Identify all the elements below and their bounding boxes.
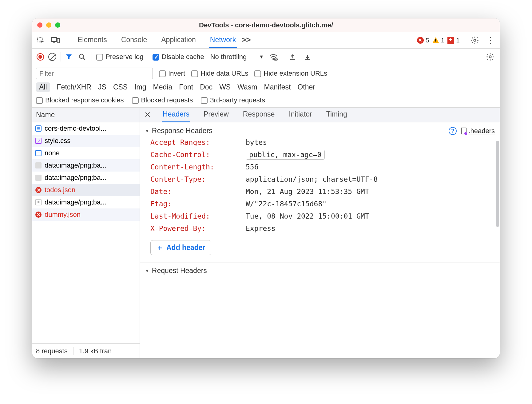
divider — [92, 52, 92, 61]
device-icon[interactable] — [50, 35, 61, 46]
plus-icon: ＋ — [156, 243, 163, 252]
hide-extension-urls-toggle[interactable]: Hide extension URLs — [254, 69, 327, 77]
type-chip-img[interactable]: Img — [134, 83, 146, 91]
warning-icon — [432, 37, 439, 43]
type-chip-ws[interactable]: WS — [219, 83, 231, 91]
type-chip-css[interactable]: CSS — [113, 83, 128, 91]
svg-point-9 — [489, 56, 491, 58]
request-list: ≡cors-demo-devtool...↗style.css≡nonedata… — [32, 122, 140, 343]
header-value[interactable]: public, max-age=0 — [246, 151, 325, 159]
request-row[interactable]: ✕todos.json — [32, 184, 140, 196]
detail-tab-initiator[interactable]: Initiator — [288, 108, 312, 122]
requests-count: 8 requests — [36, 347, 68, 355]
type-chip-all[interactable]: All — [36, 82, 50, 92]
header-value[interactable]: Express — [246, 224, 276, 232]
svg-point-7 — [273, 58, 274, 60]
divider — [283, 52, 283, 61]
tab-console[interactable]: Console — [120, 33, 148, 48]
name-column-header[interactable]: Name — [32, 108, 140, 122]
request-row[interactable]: ↗style.css — [32, 135, 140, 147]
hide-data-urls-toggle[interactable]: Hide data URLs — [191, 69, 248, 77]
inspect-icon[interactable] — [35, 35, 46, 46]
help-icon[interactable]: ? — [449, 127, 457, 135]
filter-icon[interactable] — [65, 53, 73, 61]
type-chip-doc[interactable]: Doc — [200, 83, 212, 91]
tab-network[interactable]: Network — [209, 33, 237, 48]
disable-cache-toggle[interactable]: Disable cache — [153, 53, 204, 61]
header-row: Cache-Control:public, max-age=0 — [150, 149, 495, 161]
type-chip-other[interactable]: Other — [297, 83, 315, 91]
header-name: Accept-Ranges: — [150, 138, 246, 146]
divider — [65, 36, 65, 45]
request-row[interactable]: ≡data:image/png;ba... — [32, 196, 140, 208]
request-row[interactable]: ✕dummy.json — [32, 208, 140, 221]
request-label: data:image/png;ba... — [45, 174, 106, 182]
close-detail-button[interactable]: ✕ — [144, 110, 151, 120]
clear-button[interactable] — [48, 53, 56, 61]
header-value[interactable]: application/json; charset=UTF-8 — [246, 175, 378, 183]
disclosure-icon[interactable]: ▼ — [145, 128, 149, 133]
tab-application[interactable]: Application — [160, 33, 197, 48]
third-party-toggle[interactable]: 3rd-party requests — [201, 96, 265, 104]
issues-count: 1 — [456, 37, 460, 44]
issue-icon — [447, 37, 454, 44]
request-row[interactable]: data:image/png;ba... — [32, 159, 140, 172]
network-settings-icon[interactable] — [485, 52, 495, 62]
header-value[interactable]: Mon, 21 Aug 2023 11:53:35 GMT — [246, 188, 369, 196]
filter-row: Invert Hide data URLs Hide extension URL… — [32, 65, 500, 81]
search-icon[interactable] — [77, 52, 87, 62]
upload-har-icon[interactable] — [288, 52, 298, 62]
header-value[interactable]: bytes — [246, 138, 267, 146]
record-button[interactable] — [37, 53, 44, 61]
type-chip-manifest[interactable]: Manifest — [264, 83, 291, 91]
detail-tab-timing[interactable]: Timing — [326, 108, 348, 122]
headers-file-link[interactable]: .headers — [461, 127, 495, 135]
invert-toggle[interactable]: Invert — [159, 69, 185, 77]
devtools-window: DevTools - cors-demo-devtools.glitch.me/… — [32, 18, 500, 358]
request-row[interactable]: data:image/png;ba... — [32, 172, 140, 184]
warnings-badge[interactable]: 1 — [432, 37, 445, 44]
request-row[interactable]: ≡none — [32, 147, 140, 159]
header-name: Etag: — [150, 200, 246, 208]
detail-tab-preview[interactable]: Preview — [203, 108, 229, 122]
errors-badge[interactable]: ✕5 — [417, 37, 429, 44]
header-value[interactable]: 556 — [246, 163, 259, 171]
divider — [61, 52, 61, 61]
issues-badge[interactable]: 1 — [447, 37, 460, 44]
type-chip-media[interactable]: Media — [153, 83, 173, 91]
request-headers-title: Request Headers — [152, 267, 207, 275]
chevron-down-icon[interactable]: ▼ — [259, 54, 264, 60]
header-value[interactable]: W/"22c-18457c15d68" — [246, 200, 327, 208]
disclosure-icon[interactable]: ▼ — [145, 268, 149, 273]
detail-tab-headers[interactable]: Headers — [162, 108, 190, 122]
blocked-requests-toggle[interactable]: Blocked requests — [132, 96, 193, 104]
svg-point-5 — [79, 54, 84, 58]
add-header-button[interactable]: ＋ Add header — [150, 240, 211, 255]
request-label: cors-demo-devtool... — [45, 125, 106, 133]
svg-rect-1 — [51, 38, 57, 42]
header-value[interactable]: Tue, 08 Nov 2022 15:00:01 GMT — [246, 212, 369, 220]
detail-tab-response[interactable]: Response — [242, 108, 276, 122]
more-icon[interactable]: ⋮ — [484, 35, 497, 45]
overflow-icon[interactable]: >> — [241, 35, 252, 46]
type-filter-row: AllFetch/XHRJSCSSImgMediaFontDocWSWasmMa… — [32, 81, 500, 94]
tab-elements[interactable]: Elements — [76, 33, 108, 48]
blocked-cookies-toggle[interactable]: Blocked response cookies — [36, 96, 124, 104]
type-chip-wasm[interactable]: Wasm — [237, 83, 257, 91]
download-har-icon[interactable] — [302, 52, 313, 62]
type-chip-js[interactable]: JS — [98, 83, 106, 91]
type-chip-font[interactable]: Font — [179, 83, 193, 91]
type-chip-fetch-xhr[interactable]: Fetch/XHR — [57, 83, 91, 91]
preserve-log-toggle[interactable]: Preserve log — [96, 53, 144, 61]
request-label: dummy.json — [45, 211, 81, 219]
network-toolbar: Preserve log Disable cache No throttling… — [32, 49, 500, 65]
settings-gear-icon[interactable] — [470, 35, 480, 46]
header-row: Accept-Ranges:bytes — [150, 136, 495, 149]
request-row[interactable]: ≡cors-demo-devtool... — [32, 122, 140, 135]
detail-tabstrip: ✕ HeadersPreviewResponseInitiatorTiming — [140, 108, 500, 122]
throttling-select[interactable]: No throttling — [210, 53, 247, 61]
network-conditions-icon[interactable] — [268, 52, 279, 62]
scrollbar-thumb[interactable] — [496, 141, 499, 227]
transfer-size: 1.9 kB tran — [79, 347, 112, 355]
filter-input[interactable] — [36, 68, 153, 79]
